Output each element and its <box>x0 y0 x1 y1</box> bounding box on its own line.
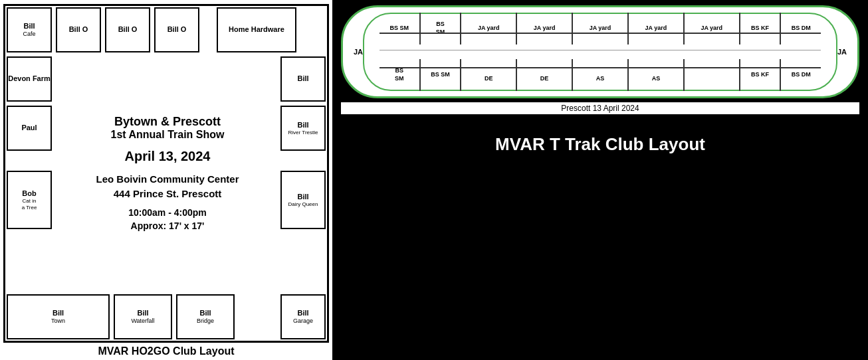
ho2go-section: Bill Cafe Bill O Bill O Bill O Home Hard… <box>0 0 332 360</box>
booth-paul: Paul <box>7 106 52 151</box>
ttrak-ja-right: JA <box>837 48 847 56</box>
bcell-5: AS <box>573 59 629 91</box>
bcell-8: BS KF <box>740 59 782 91</box>
ttrak-section: JA JA BS SM BSSM JA yard JA yard JA yard… <box>332 0 868 360</box>
tcell-5: JA yard <box>573 13 629 45</box>
ttrak-ja-left: JA <box>354 48 363 56</box>
booth-bob-cat-tree: Bob Cat in a Tree <box>7 171 52 229</box>
tcell-3: JA yard <box>461 13 517 45</box>
booth-devon-farm: Devon Farm <box>7 56 52 102</box>
show-date: April 13, 2024 <box>125 149 211 164</box>
tcell-2: BSSM <box>421 13 462 45</box>
tcell-6: JA yard <box>629 13 685 45</box>
booth-bill-o-2: Bill O <box>105 7 150 52</box>
bcell-9: BS DM <box>781 59 821 91</box>
booth-bill-cafe: Bill Cafe <box>7 7 52 52</box>
ttrak-top-cells: BS SM BSSM JA yard JA yard JA yard JA ya… <box>380 13 821 45</box>
tcell-1: BS SM <box>380 13 421 45</box>
show-time: 10:00am - 4:00pm <box>128 207 207 218</box>
track-line-mid <box>380 50 821 50</box>
center-info: Bytown & Prescott 1st Annual Train Show … <box>56 56 279 289</box>
bcell-6: AS <box>629 59 685 91</box>
ttrak-title: MVAR T Trak Club Layout <box>495 134 705 155</box>
bcell-2: BS SM <box>421 59 462 91</box>
track-line-top <box>380 33 821 34</box>
bcell-7 <box>685 59 740 91</box>
ttrak-container: JA JA BS SM BSSM JA yard JA yard JA yard… <box>341 5 859 98</box>
ttrak-bottom-cells: BSSM BS SM DE DE AS AS BS KF BS DM <box>380 59 821 91</box>
booth-bill-o-1: Bill O <box>56 7 101 52</box>
booth-bill-right-top: Bill <box>280 56 326 102</box>
tcell-9: BS DM <box>781 13 821 45</box>
prescott-label: Prescott 13 April 2024 <box>341 102 859 114</box>
bcell-3: DE <box>461 59 517 91</box>
tcell-4: JA yard <box>517 13 573 45</box>
booth-bill-o-3: Bill O <box>154 7 199 52</box>
booth-bill-town: Bill Town <box>7 294 110 339</box>
booth-bill-garage: Bill Garage <box>280 294 326 339</box>
show-location: Leo Boivin Community Center 444 Prince S… <box>96 172 239 202</box>
show-name: Bytown & Prescott <box>114 115 221 129</box>
floor-plan: Bill Cafe Bill O Bill O Bill O Home Hard… <box>3 4 329 343</box>
bcell-1: BSSM <box>380 59 421 91</box>
booth-bill-bridge: Bill Bridge <box>176 294 235 339</box>
bcell-4: DE <box>517 59 573 91</box>
booth-bill-waterfall: Bill Waterfall <box>114 294 172 339</box>
booth-bill-river-trestle: Bill River Trestle <box>280 106 326 151</box>
show-subtitle: 1st Annual Train Show <box>111 129 225 141</box>
show-size: Approx: 17' x 17' <box>131 221 205 231</box>
tcell-8: BS KF <box>740 13 782 45</box>
booth-home-hardware: Home Hardware <box>217 7 296 52</box>
ho2go-title: MVAR HO2GO Club Layout <box>3 345 330 357</box>
booth-bill-dairy-queen: Bill Dairy Queen <box>280 171 326 229</box>
tcell-7: JA yard <box>685 13 740 45</box>
